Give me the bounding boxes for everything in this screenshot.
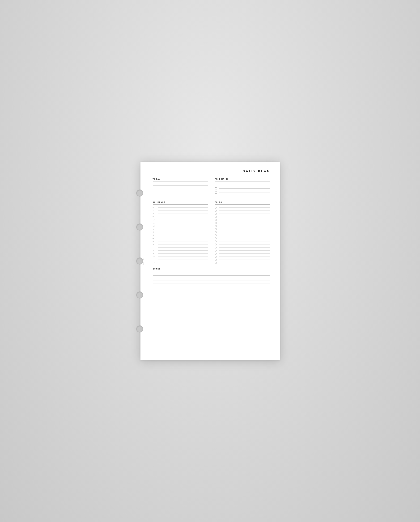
schedule-label: SCHEDULE (153, 201, 208, 203)
today-input-line-2 (153, 185, 208, 186)
priority-item-2 (215, 187, 270, 190)
binder-holes (136, 162, 143, 360)
hour-8pm: 8 (153, 250, 156, 251)
hour-3pm: 3 (153, 234, 156, 236)
todo-row-3 (215, 212, 270, 215)
todo-line-3 (219, 214, 270, 214)
priority-item-3 (215, 191, 270, 194)
notes-line-6 (153, 286, 270, 286)
today-label: TODAY (153, 178, 208, 180)
schedule-row-10pm: 10 (153, 255, 208, 258)
todo-row-5 (215, 218, 270, 221)
planner-page: PLOTTER DAILY PLAN TODAY PRIORITIES (140, 162, 280, 360)
todo-row-16 (215, 252, 270, 255)
schedule-row-8pm: 8 (153, 249, 208, 252)
hour-line-11 (158, 223, 208, 223)
todo-line-15 (219, 250, 270, 251)
todo-row-17 (215, 255, 270, 258)
schedule-row-8: 8 (153, 212, 208, 215)
notes-line-4 (153, 281, 270, 281)
todo-circle-13 (215, 244, 217, 246)
priority-line-1 (219, 184, 270, 184)
todo-circle-16 (215, 253, 217, 255)
todo-row-6 (215, 221, 270, 224)
hour-line-5pm (158, 241, 208, 241)
schedule-row-10: 10 (153, 218, 208, 221)
hour-11pm: 11 (153, 259, 156, 261)
schedule-row-5pm: 5 (153, 240, 208, 243)
todo-circle-17 (215, 256, 217, 258)
priority-circle-2 (215, 187, 217, 190)
schedule-row-1pm: 1 (153, 228, 208, 230)
hour-line-7 (158, 210, 208, 211)
hour-line-2pm (158, 232, 208, 232)
todo-divider (215, 204, 270, 205)
todo-line-8 (219, 229, 270, 229)
hour-12: 12 (153, 225, 156, 227)
todo-circle-2 (215, 210, 217, 212)
schedule-row-11: 11 (153, 221, 208, 224)
hour-7: 7 (153, 210, 156, 211)
todo-row-19 (215, 261, 270, 264)
notes-line-3 (153, 278, 270, 278)
schedule-row-12: 12 (153, 224, 208, 228)
notes-label: NOTES (153, 268, 270, 270)
todo-row-15 (215, 249, 270, 252)
hour-line-11pm (158, 260, 208, 260)
hour-line-1pm (158, 229, 208, 229)
notes-main-divider (153, 271, 270, 271)
schedule-section: SCHEDULE 6 7 8 9 (153, 201, 208, 264)
hour-10pm: 10 (153, 256, 156, 257)
page-content: DAILY PLAN TODAY PRIORITIES (140, 162, 280, 296)
today-section: TODAY (153, 178, 208, 196)
todo-line-1 (219, 207, 270, 208)
hour-2pm: 2 (153, 231, 156, 233)
todo-line-13 (219, 244, 270, 245)
hour-line-8 (158, 214, 208, 214)
binder-hole-1 (136, 190, 143, 197)
hour-line-6pm (158, 244, 208, 245)
notes-section: NOTES (153, 268, 270, 286)
hour-line-7pm (158, 247, 208, 247)
todo-row-10 (215, 234, 270, 237)
hour-6: 6 (153, 207, 156, 208)
hour-line-4pm (158, 238, 208, 238)
todo-row-11 (215, 237, 270, 240)
notes-line-1 (153, 273, 270, 273)
todo-section: TO DO (215, 201, 270, 264)
hour-line-12 (158, 226, 208, 226)
todo-row-12 (215, 240, 270, 243)
priority-item-1 (215, 183, 270, 185)
todo-line-16 (219, 253, 270, 254)
schedule-row-7pm: 7 (153, 246, 208, 249)
todo-row-14 (215, 246, 270, 249)
hour-4pm: 4 (153, 238, 156, 239)
todo-row-7 (215, 224, 270, 228)
hour-12pm: 12 (153, 262, 156, 264)
schedule-row-6pm: 6 (153, 243, 208, 246)
hour-11: 11 (153, 222, 156, 224)
priorities-divider (215, 181, 270, 182)
schedule-row-2pm: 2 (153, 230, 208, 234)
priority-line-3 (219, 192, 270, 193)
hour-line-10pm (158, 256, 208, 257)
hour-9pm: 9 (153, 253, 156, 254)
todo-circle-5 (215, 219, 217, 221)
schedule-row-9pm: 9 (153, 252, 208, 255)
hour-line-8pm (158, 250, 208, 251)
todo-line-18 (219, 260, 270, 260)
todo-circle-10 (215, 234, 217, 236)
todo-circle-9 (215, 231, 217, 233)
schedule-row-3pm: 3 (153, 234, 208, 237)
todo-row-4 (215, 215, 270, 218)
todo-label: TO DO (215, 201, 270, 203)
hour-line-3pm (158, 235, 208, 235)
todo-circle-1 (215, 207, 217, 209)
main-section: SCHEDULE 6 7 8 9 (153, 201, 270, 264)
todo-line-11 (219, 238, 270, 238)
todo-row-1 (215, 206, 270, 209)
todo-circle-19 (215, 262, 217, 264)
hour-5pm: 5 (153, 240, 156, 242)
schedule-row-6: 6 (153, 206, 208, 209)
todo-line-4 (219, 217, 270, 217)
